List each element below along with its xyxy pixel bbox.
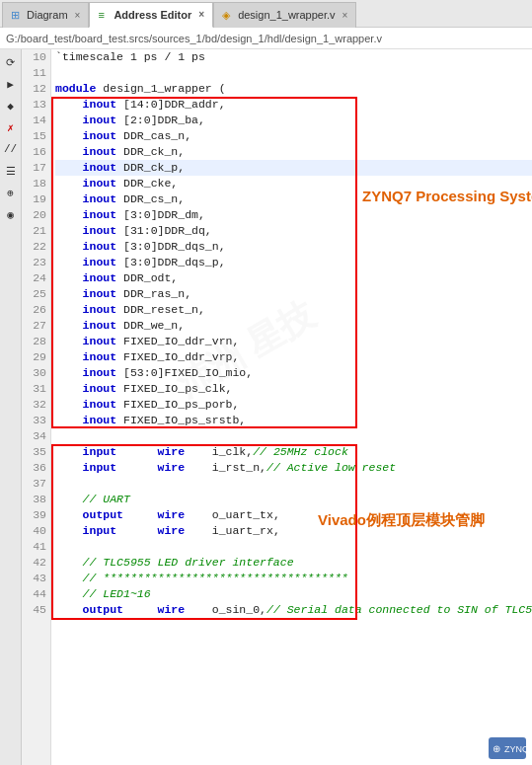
linenum-28: 28 [22, 334, 46, 349]
code-line-21: inout [31:0]DDR_dq, [55, 223, 532, 239]
tab-diagram[interactable]: ⊞ Diagram × [2, 2, 89, 28]
linenum-20: 20 [22, 207, 46, 223]
linenum-30: 30 [22, 365, 46, 381]
linenum-34: 34 [22, 428, 46, 444]
main-layout: ⟳ ▶ ◆ ✗ // ☰ ⊕ ◉ 10 11 12 13 14 15 16 17… [0, 49, 532, 765]
line-numbers: 10 11 12 13 14 15 16 17 18 19 20 21 22 2… [22, 49, 51, 765]
code-line-14: inout [2:0]DDR_ba, [55, 113, 532, 128]
linenum-13: 13 [22, 97, 46, 113]
code-line-29: inout FIXED_IO_ddr_vrp, [55, 349, 532, 365]
diagram-icon: ⊞ [11, 9, 23, 21]
code-line-25: inout DDR_ras_n, [55, 286, 532, 302]
linenum-29: 29 [22, 349, 46, 365]
verilog-icon: ◈ [222, 9, 234, 21]
code-line-36: input wire i_rst_n, // Active low reset [55, 460, 532, 476]
tab-diagram-close[interactable]: × [75, 10, 81, 21]
code-line-24: inout DDR_odt, [55, 270, 532, 286]
sidebar-icon-list[interactable]: ☰ [2, 162, 20, 180]
tab-address-editor-close[interactable]: × [198, 9, 204, 20]
linenum-19: 19 [22, 191, 46, 207]
code-area[interactable]: ZYNQ7 Processing System IP管脚 Vivado例程顶层模… [51, 49, 532, 765]
tab-address-editor[interactable]: ≡ Address Editor × [89, 2, 213, 28]
code-line-17: inout DDR_ck_p, [55, 160, 532, 176]
code-line-12: module design_1_wrapper ( [55, 81, 532, 97]
tab-design-wrapper[interactable]: ◈ design_1_wrapper.v × [213, 2, 356, 28]
linenum-25: 25 [22, 286, 46, 302]
code-editor[interactable]: 10 11 12 13 14 15 16 17 18 19 20 21 22 2… [22, 49, 532, 765]
linenum-42: 42 [22, 555, 46, 571]
code-line-20: inout [3:0]DDR_dm, [55, 207, 532, 223]
linenum-31: 31 [22, 381, 46, 397]
linenum-37: 37 [22, 476, 46, 492]
linenum-23: 23 [22, 255, 46, 270]
sidebar-icon-add[interactable]: ⊕ [2, 184, 20, 201]
sidebar-icon-circle[interactable]: ◉ [2, 205, 20, 223]
tab-address-editor-label: Address Editor [114, 9, 191, 21]
code-line-33: inout FIXED_IO_ps_srstb, [55, 413, 532, 428]
code-line-35: input wire i_clk, // 25MHz clock [55, 444, 532, 460]
linenum-10: 10 [22, 49, 46, 65]
linenum-24: 24 [22, 270, 46, 286]
linenum-32: 32 [22, 397, 46, 413]
linenum-14: 14 [22, 113, 46, 128]
code-line-30: inout [53:0]FIXED_IO_mio, [55, 365, 532, 381]
linenum-38: 38 [22, 492, 46, 507]
linenum-18: 18 [22, 176, 46, 191]
code-line-10: `timescale 1 ps / 1 ps [55, 49, 532, 65]
tab-design-wrapper-close[interactable]: × [342, 10, 348, 21]
linenum-39: 39 [22, 507, 46, 523]
sidebar-icon-diamond[interactable]: ◆ [2, 97, 20, 115]
linenum-22: 22 [22, 239, 46, 255]
code-line-37 [55, 476, 532, 492]
sidebar-icon-close[interactable]: ✗ [2, 118, 20, 136]
linenum-21: 21 [22, 223, 46, 239]
code-line-42: // TLC5955 LED driver interface [55, 555, 532, 571]
code-line-18: inout DDR_cke, [55, 176, 532, 191]
code-line-23: inout [3:0]DDR_dqs_p, [55, 255, 532, 270]
address-editor-icon: ≡ [98, 9, 110, 21]
code-line-15: inout DDR_cas_n, [55, 128, 532, 144]
code-line-39: output wire o_uart_tx, [55, 507, 532, 523]
svg-text:ZYNQ: ZYNQ [504, 744, 526, 754]
code-content: 10 11 12 13 14 15 16 17 18 19 20 21 22 2… [22, 49, 532, 765]
code-line-32: inout FIXED_IO_ps_porb, [55, 397, 532, 413]
code-line-38: // UART [55, 492, 532, 507]
linenum-41: 41 [22, 539, 46, 555]
linenum-11: 11 [22, 65, 46, 81]
linenum-26: 26 [22, 302, 46, 318]
code-line-34 [55, 428, 532, 444]
tab-design-wrapper-label: design_1_wrapper.v [238, 9, 335, 21]
file-path: G:/board_test/board_test.srcs/sources_1/… [6, 33, 382, 44]
code-line-44: // LED1~16 [55, 586, 532, 602]
linenum-27: 27 [22, 318, 46, 334]
code-line-45: output wire o_sin_0, // Serial data conn… [55, 602, 532, 618]
address-bar: G:/board_test/board_test.srcs/sources_1/… [0, 28, 532, 49]
code-line-28: inout FIXED_IO_ddr_vrn, [55, 334, 532, 349]
linenum-36: 36 [22, 460, 46, 476]
code-line-31: inout FIXED_IO_ps_clk, [55, 381, 532, 397]
code-line-16: inout DDR_ck_n, [55, 144, 532, 160]
linenum-33: 33 [22, 413, 46, 428]
linenum-17: 17 [22, 160, 46, 176]
code-line-26: inout DDR_reset_n, [55, 302, 532, 318]
code-line-19: inout DDR_cs_n, [55, 191, 532, 207]
linenum-44: 44 [22, 586, 46, 602]
code-line-27: inout DDR_we_n, [55, 318, 532, 334]
sidebar-icon-comment[interactable]: // [2, 140, 20, 158]
linenum-15: 15 [22, 128, 46, 144]
tab-diagram-label: Diagram [27, 9, 68, 21]
code-line-40: input wire i_uart_rx, [55, 523, 532, 539]
linenum-12: 12 [22, 81, 46, 97]
code-line-41 [55, 539, 532, 555]
linenum-35: 35 [22, 444, 46, 460]
code-line-11 [55, 65, 532, 81]
linenum-16: 16 [22, 144, 46, 160]
sidebar-icon-run[interactable]: ▶ [2, 75, 20, 93]
code-line-43: // ************************************ [55, 571, 532, 586]
sidebar: ⟳ ▶ ◆ ✗ // ☰ ⊕ ◉ [0, 49, 22, 765]
linenum-43: 43 [22, 571, 46, 586]
sidebar-icon-refresh[interactable]: ⟳ [2, 53, 20, 71]
code-line-22: inout [3:0]DDR_dqs_n, [55, 239, 532, 255]
tab-bar: ⊞ Diagram × ≡ Address Editor × ◈ design_… [0, 0, 532, 28]
svg-text:⊕: ⊕ [493, 743, 500, 754]
